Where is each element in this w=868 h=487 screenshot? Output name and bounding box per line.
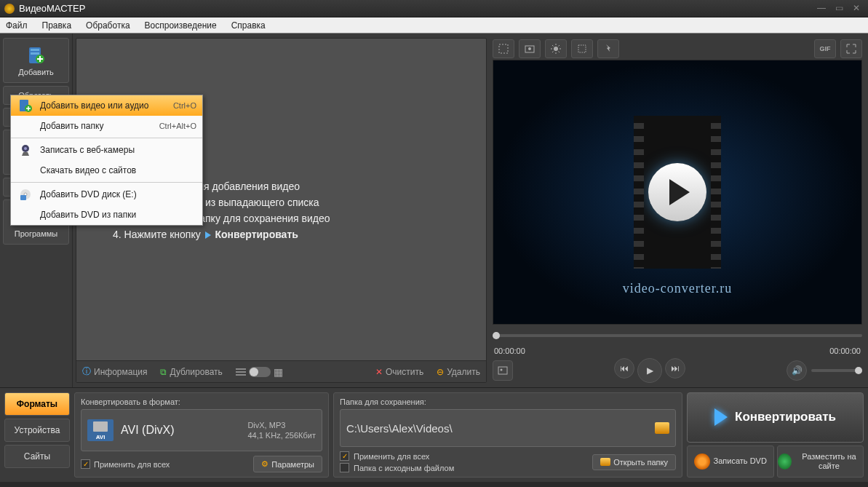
next-button[interactable]: ⏭ — [665, 358, 685, 379]
play-button[interactable]: ▶ — [637, 358, 662, 383]
app-logo-icon — [4, 4, 15, 14]
format-tabs: Форматы Устройства Сайты — [4, 392, 70, 478]
folder-panel: Папка для сохранения: C:\Users\Alex\Vide… — [333, 392, 682, 478]
film-strip-icon — [634, 116, 721, 269]
menu-file[interactable]: Файл — [3, 19, 31, 32]
menu-download-from-sites[interactable]: Скачать видео с сайтов — [11, 160, 202, 181]
timeline — [493, 325, 862, 347]
menubar: Файл Правка Обработка Воспроизведение Сп… — [0, 17, 868, 33]
format-codec: DivX, MP3 — [247, 420, 316, 430]
volume-slider[interactable] — [811, 369, 862, 372]
screenshot-button[interactable] — [493, 360, 513, 381]
clear-button[interactable]: ✕Очистить — [375, 367, 423, 377]
menu-add-dvd-disc[interactable]: Добавить DVD диск (E:) — [11, 184, 202, 205]
brightness-tool-icon[interactable] — [545, 39, 567, 58]
menu-add-folder[interactable]: Добавить папку Ctrl+Alt+O — [11, 116, 202, 136]
sidebar-add-label: Добавить — [18, 68, 54, 76]
dvd-disc-icon — [17, 188, 34, 201]
tab-devices[interactable]: Устройства — [4, 419, 70, 442]
disc-icon — [694, 454, 710, 470]
apply-all-format-checkbox[interactable]: ✓Применить для всех — [81, 459, 170, 469]
arrow-inline-icon — [205, 231, 211, 239]
player-controls: ⏮ ▶ ⏭ 🔊 — [493, 358, 862, 383]
menu-process[interactable]: Обработка — [83, 19, 133, 32]
bottom-panel: Форматы Устройства Сайты Конвертировать … — [0, 387, 868, 482]
output-path[interactable]: C:\Users\Alex\Videos\ — [346, 422, 649, 435]
format-selector[interactable]: AVI AVI (DivX) DivX, MP3 44,1 KHz, 256Кб… — [81, 409, 322, 451]
svg-point-8 — [528, 47, 531, 50]
output-path-row: C:\Users\Alex\Videos\ — [340, 409, 676, 447]
menu-record-webcam[interactable]: Записать с веб-камеры — [11, 140, 202, 160]
format-name: AVI (DivX) — [121, 424, 240, 437]
preview-toolbar: GIF — [493, 38, 862, 60]
titlebar: ВидеоМАСТЕР — ▭ ✕ — [0, 0, 868, 17]
film-plus-icon — [17, 98, 34, 113]
enhance-tool-icon[interactable] — [571, 39, 593, 58]
film-add-icon — [26, 45, 47, 66]
close-button[interactable]: ✕ — [849, 3, 864, 15]
time-total: 00:00:00 — [829, 347, 861, 355]
format-panel: Конвертировать в формат: AVI AVI (DivX) … — [74, 392, 329, 478]
app-title: ВидеоМАСТЕР — [19, 3, 811, 14]
snapshot-tool-icon[interactable] — [519, 39, 541, 58]
upload-button[interactable]: Разместить на сайте — [777, 446, 864, 478]
open-folder-button[interactable]: Открыть папку — [592, 454, 676, 470]
delete-button[interactable]: ⊖Удалить — [437, 367, 480, 377]
svg-point-9 — [554, 47, 558, 51]
preview-panel: GIF video-converter.ru 00:00:00 00:00:00… — [490, 33, 868, 387]
action-panel: Конвертировать Записать DVD Разместить н… — [687, 392, 864, 478]
svg-rect-6 — [499, 44, 508, 53]
crop-tool-icon[interactable] — [493, 39, 514, 58]
add-dropdown-menu: Добавить видео или аудио Ctrl+O Добавить… — [10, 95, 203, 226]
minimize-button[interactable]: — — [814, 3, 829, 15]
format-params: 44,1 KHz, 256Кбит — [247, 430, 316, 440]
sidebar-add-button[interactable]: Добавить — [3, 38, 69, 83]
globe-icon — [778, 454, 792, 470]
burn-dvd-button[interactable]: Записать DVD — [687, 446, 774, 478]
svg-rect-1 — [31, 49, 39, 51]
svg-rect-11 — [498, 367, 507, 374]
convert-button[interactable]: Конвертировать — [687, 392, 864, 443]
source-folder-checkbox[interactable]: Папка с исходным файлом — [340, 463, 454, 472]
maximize-button[interactable]: ▭ — [832, 3, 846, 15]
menu-edit[interactable]: Правка — [39, 19, 75, 32]
speed-tool-icon[interactable] — [597, 39, 619, 58]
preview-screen[interactable]: video-converter.ru — [493, 60, 862, 325]
time-current: 00:00:00 — [494, 347, 525, 355]
volume-button[interactable]: 🔊 — [787, 360, 807, 381]
prev-button[interactable]: ⏮ — [614, 358, 634, 379]
format-panel-title: Конвертировать в формат: — [81, 397, 322, 406]
duplicate-button[interactable]: ⧉Дублировать — [160, 367, 222, 377]
watermark-text: video-converter.ru — [623, 281, 732, 296]
menu-help[interactable]: Справка — [228, 19, 268, 32]
tab-sites[interactable]: Сайты — [4, 445, 70, 468]
svg-rect-2 — [31, 52, 39, 55]
play-circle-icon — [648, 163, 706, 221]
menu-add-dvd-folder[interactable]: Добавить DVD из папки — [11, 205, 202, 225]
webcam-icon — [17, 143, 34, 157]
info-button[interactable]: ⓘИнформация — [82, 365, 147, 378]
parameters-button[interactable]: ⚙Параметры — [253, 456, 322, 472]
svg-point-12 — [501, 369, 503, 371]
avi-format-icon: AVI — [87, 419, 114, 441]
view-toggle[interactable]: ▦ — [236, 366, 283, 378]
svg-rect-10 — [578, 45, 586, 52]
seek-slider[interactable] — [493, 334, 862, 337]
convert-arrow-icon — [714, 408, 728, 426]
menu-playback[interactable]: Воспроизведение — [142, 19, 220, 32]
menu-add-video-audio[interactable]: Добавить видео или аудио Ctrl+O — [11, 95, 202, 116]
apply-all-folder-checkbox[interactable]: ✓Применить для всех — [340, 451, 454, 461]
folder-panel-title: Папка для сохранения: — [340, 397, 676, 406]
list-toolbar: ⓘИнформация ⧉Дублировать ▦ ✕Очистить ⊖Уд… — [76, 360, 486, 382]
fullscreen-button[interactable] — [840, 39, 862, 58]
tab-formats[interactable]: Форматы — [4, 392, 70, 416]
svg-rect-19 — [20, 195, 26, 200]
svg-point-16 — [24, 147, 27, 150]
sidebar-programs-label: Программы — [15, 229, 57, 238]
gif-button[interactable]: GIF — [814, 39, 836, 58]
browse-folder-icon[interactable] — [655, 422, 669, 434]
